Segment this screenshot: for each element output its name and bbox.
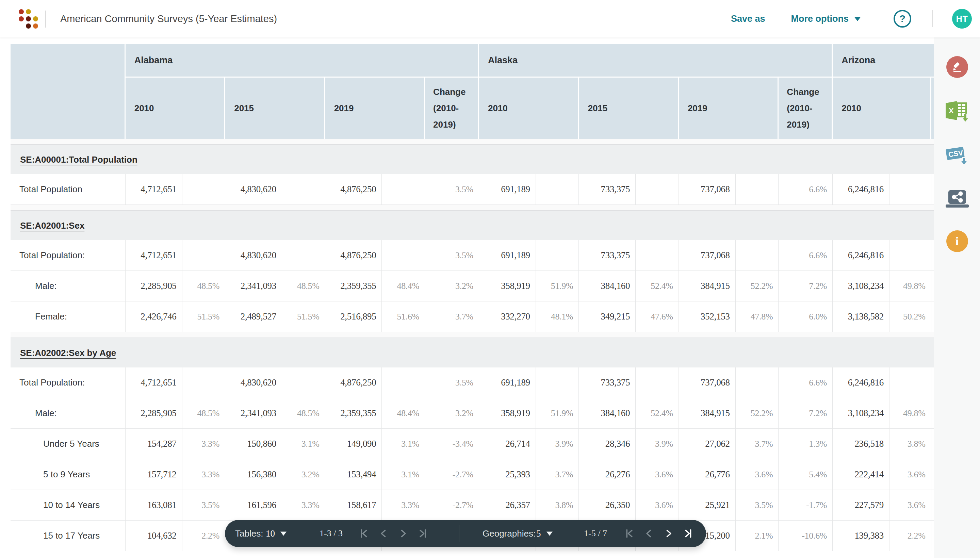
- pct-cell: 3.8%: [536, 490, 579, 520]
- section-gap-cell: [11, 139, 934, 145]
- geographies-first-page-button[interactable]: [624, 528, 635, 539]
- chg-cell: 7.2%: [778, 271, 833, 302]
- year-header: 2015: [579, 77, 678, 139]
- excel-export-icon[interactable]: X: [945, 100, 969, 124]
- pct-cell: 48.1%: [536, 302, 579, 332]
- section-row: SE:A00001:Total Population: [11, 145, 934, 174]
- clipped-cell: [931, 460, 934, 490]
- clipped-cell: [931, 429, 934, 460]
- clipped-cell: [931, 174, 934, 205]
- value-cell: 691,189: [479, 368, 536, 398]
- pct-cell: 3.6%: [736, 460, 779, 490]
- tables-page-size-value: 10: [266, 528, 275, 539]
- pct-cell: 48.5%: [282, 271, 325, 302]
- app-logo[interactable]: [19, 9, 40, 30]
- clipped-cell: [931, 240, 934, 271]
- pct-cell: [536, 174, 579, 205]
- row-label: Male:: [11, 271, 126, 302]
- year-header: 2010: [479, 77, 579, 139]
- edit-icon[interactable]: [946, 56, 968, 78]
- table-row: Male:2,285,90548.5%2,341,09348.5%2,359,3…: [11, 398, 934, 429]
- chg-cell: 3.5%: [425, 368, 479, 398]
- value-cell: 2,516,895: [325, 302, 382, 332]
- section-title-link[interactable]: SE:A00001:Total Population: [20, 154, 138, 165]
- value-cell: 2,341,093: [225, 398, 282, 429]
- value-cell: 4,876,250: [325, 240, 382, 271]
- section-cell: SE:A02002:Sex by Age: [11, 338, 934, 368]
- chevron-down-icon: [547, 532, 553, 535]
- data-table: AlabamaAlaskaArizona201020152019Change (…: [11, 44, 934, 551]
- value-cell: 3,108,234: [833, 271, 890, 302]
- value-cell: 6,246,816: [833, 368, 890, 398]
- value-cell: 3,138,582: [833, 302, 890, 332]
- pct-cell: 3.1%: [382, 429, 425, 460]
- help-icon[interactable]: ?: [893, 10, 911, 28]
- tables-nav: [358, 528, 428, 539]
- avatar[interactable]: HT: [952, 9, 972, 29]
- share-icon[interactable]: [945, 190, 969, 211]
- table-row: Total Population4,712,6514,830,6204,876,…: [11, 174, 934, 205]
- pct-cell: 2.2%: [182, 520, 226, 551]
- geographies-page-size-dropdown[interactable]: 5: [536, 528, 553, 539]
- geographies-last-page-button[interactable]: [683, 528, 694, 539]
- topbar-divider: [932, 10, 933, 27]
- pct-cell: 49.8%: [890, 398, 931, 429]
- chevron-down-icon: [281, 532, 287, 535]
- pct-cell: 3.8%: [890, 429, 931, 460]
- geographies-prev-page-button[interactable]: [643, 528, 654, 539]
- pct-cell: 48.5%: [182, 398, 226, 429]
- more-options-button[interactable]: More options: [791, 14, 861, 24]
- year-header: 2010: [126, 77, 225, 139]
- value-cell: 156,380: [225, 460, 282, 490]
- section-gap-cell: [11, 332, 934, 338]
- row-label: Male:: [11, 398, 126, 429]
- save-as-button[interactable]: Save as: [731, 14, 765, 24]
- tables-page-size-dropdown[interactable]: 10: [266, 528, 287, 539]
- value-cell: 4,830,620: [225, 240, 282, 271]
- value-cell: 236,518: [833, 429, 890, 460]
- pct-cell: [736, 174, 779, 205]
- state-header-arizona: Arizona: [833, 44, 934, 77]
- pct-cell: 3.6%: [890, 490, 931, 520]
- pct-cell: 3.3%: [182, 429, 226, 460]
- chg-cell: 1.3%: [778, 429, 833, 460]
- tables-prev-page-button[interactable]: [378, 528, 389, 539]
- table-row: 10 to 14 Years163,0813.5%161,5963.3%158,…: [11, 490, 934, 520]
- pct-cell: 3.1%: [282, 429, 325, 460]
- pct-cell: 3.6%: [890, 460, 931, 490]
- pct-cell: 51.5%: [282, 302, 325, 332]
- tables-next-page-button[interactable]: [398, 528, 409, 539]
- value-cell: 26,276: [579, 460, 635, 490]
- info-icon[interactable]: i: [946, 230, 968, 252]
- side-toolbar: X CSV i: [934, 38, 980, 558]
- geographies-label: Geographies:: [483, 528, 535, 539]
- tables-label: Tables:: [235, 528, 263, 539]
- tables-last-page-button[interactable]: [417, 528, 428, 539]
- chg-cell: 7.2%: [778, 398, 833, 429]
- logo-dot: [19, 16, 24, 21]
- value-cell: 25,921: [679, 490, 736, 520]
- section-title-link[interactable]: SE:A02001:Sex: [20, 220, 84, 231]
- pct-cell: 2.2%: [890, 520, 931, 551]
- pct-cell: 47.6%: [635, 302, 679, 332]
- row-label-column-header: [11, 44, 126, 139]
- csv-export-icon[interactable]: CSV: [945, 144, 969, 168]
- value-cell: 26,350: [579, 490, 635, 520]
- geographies-next-page-button[interactable]: [663, 528, 674, 539]
- value-cell: 163,081: [126, 490, 182, 520]
- chg-cell: 5.4%: [778, 460, 833, 490]
- section-row: SE:A02001:Sex: [11, 211, 934, 240]
- section-title-link[interactable]: SE:A02002:Sex by Age: [20, 348, 116, 358]
- pct-cell: [635, 174, 679, 205]
- pct-cell: 48.5%: [182, 271, 226, 302]
- geographies-range: 1-5 / 7: [584, 528, 607, 538]
- value-cell: 153,494: [325, 460, 382, 490]
- pct-cell: 51.6%: [382, 302, 425, 332]
- chg-cell: -3.4%: [425, 429, 479, 460]
- value-cell: 733,375: [579, 240, 635, 271]
- geographies-page-size-value: 5: [536, 528, 541, 539]
- value-cell: 4,712,651: [126, 174, 182, 205]
- clipped-cell: [931, 368, 934, 398]
- tables-first-page-button[interactable]: [358, 528, 369, 539]
- value-cell: 26,776: [679, 460, 736, 490]
